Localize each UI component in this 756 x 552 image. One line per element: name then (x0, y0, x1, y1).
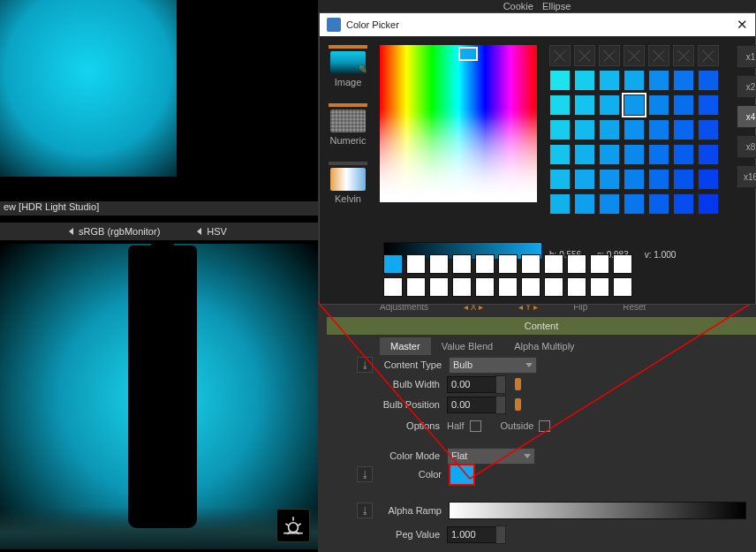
swatch[interactable] (698, 119, 719, 140)
preset-swatch[interactable] (475, 277, 495, 297)
color-picker-titlebar[interactable]: Color Picker ✕ (320, 13, 755, 36)
spinner-icon[interactable] (495, 396, 506, 414)
swatch[interactable] (574, 45, 595, 66)
spinner-icon[interactable] (495, 375, 506, 394)
half-checkbox[interactable] (470, 420, 481, 432)
picker-tab-kelvin[interactable]: Kelvin (329, 162, 367, 204)
content-header[interactable]: Content (327, 317, 756, 335)
picker-tab-numeric[interactable]: Numeric (329, 103, 367, 146)
download-icon[interactable]: ⭳ (357, 357, 373, 373)
color-swatch[interactable] (449, 464, 475, 486)
swatch[interactable] (648, 70, 669, 91)
spinner-icon[interactable] (495, 526, 506, 544)
swatch[interactable] (698, 70, 719, 91)
swatch[interactable] (574, 193, 595, 215)
preset-swatch[interactable] (590, 277, 609, 297)
preset-swatch[interactable] (498, 277, 518, 297)
zoom-button-x4[interactable]: x4⌕ (737, 105, 756, 128)
swatch[interactable] (599, 119, 620, 140)
preset-swatch[interactable] (383, 277, 403, 297)
preset-swatch[interactable] (383, 254, 403, 274)
bulb-position-input[interactable]: 0.00 (447, 397, 496, 413)
alpha-ramp-gradient[interactable] (449, 502, 746, 519)
swatch[interactable] (599, 45, 620, 66)
swatch[interactable] (549, 45, 571, 66)
swatch[interactable] (624, 70, 645, 91)
swatch[interactable] (648, 169, 669, 190)
zoom-button-x8[interactable]: x8⌕ (737, 135, 756, 158)
swatch[interactable] (599, 70, 620, 91)
zoom-button-x2[interactable]: x2⌕ (737, 75, 756, 98)
preset-swatch[interactable] (544, 277, 563, 297)
swatch[interactable] (624, 169, 645, 190)
swatch[interactable] (698, 95, 719, 116)
swatch[interactable] (698, 193, 719, 215)
preset-swatch[interactable] (498, 254, 518, 274)
tab-value-blend[interactable]: Value Blend (431, 337, 504, 355)
render-viewport[interactable] (0, 244, 318, 549)
tab-alpha-multiply[interactable]: Alpha Multiply (503, 337, 585, 355)
swatch[interactable] (624, 45, 645, 66)
color-mode-dropdown[interactable]: Flat (447, 448, 535, 465)
swatch[interactable] (648, 95, 669, 116)
preset-swatch[interactable] (521, 254, 541, 274)
swatch[interactable] (549, 70, 571, 91)
swatch[interactable] (549, 119, 571, 140)
download-icon[interactable]: ⭳ (357, 466, 373, 482)
bulb-width-input[interactable]: 0.00 (447, 376, 496, 393)
preset-swatch[interactable] (406, 277, 426, 297)
tab-master[interactable]: Master (380, 337, 431, 355)
preset-swatch[interactable] (590, 254, 609, 274)
close-icon[interactable]: ✕ (737, 17, 748, 33)
preset-swatch[interactable] (613, 254, 632, 274)
swatch[interactable] (673, 45, 694, 66)
swatch[interactable] (574, 169, 595, 190)
swatch[interactable] (673, 193, 694, 215)
swatch[interactable] (574, 95, 595, 116)
preset-swatch[interactable] (475, 254, 495, 274)
zoom-button-x16[interactable]: x16⌕ (737, 165, 756, 188)
preset-swatch[interactable] (429, 277, 449, 297)
preset-swatch[interactable] (452, 277, 472, 297)
swatch[interactable] (648, 119, 669, 140)
spectrum-picker[interactable] (380, 45, 537, 202)
swatch[interactable] (698, 169, 719, 190)
swatch[interactable] (648, 193, 669, 215)
colormode-dropdown[interactable]: HSV (207, 226, 227, 237)
swatch[interactable] (574, 119, 595, 140)
picker-tab-image[interactable]: Image (329, 45, 367, 87)
swatch[interactable] (599, 193, 620, 215)
cookie-menu[interactable]: Cookie (503, 1, 533, 11)
swatch[interactable] (698, 144, 719, 165)
preset-swatch[interactable] (452, 254, 472, 274)
swatch[interactable] (673, 95, 694, 116)
swatch[interactable] (673, 169, 694, 190)
content-type-dropdown[interactable]: Bulb (449, 357, 537, 374)
preset-swatch[interactable] (567, 277, 586, 297)
outside-checkbox[interactable] (539, 420, 550, 432)
preset-swatch[interactable] (613, 277, 632, 297)
download-icon[interactable]: ⭳ (357, 503, 373, 518)
swatch[interactable] (624, 144, 645, 165)
swatch[interactable] (574, 70, 595, 91)
swatch[interactable] (624, 95, 645, 116)
preset-swatch[interactable] (429, 254, 449, 274)
preset-swatch[interactable] (567, 254, 586, 274)
swatch[interactable] (624, 119, 645, 140)
swatch[interactable] (673, 119, 694, 140)
sun-position-icon[interactable] (276, 509, 310, 542)
zoom-button-x1[interactable]: x1⌕ (737, 45, 756, 68)
preset-swatch[interactable] (406, 254, 426, 274)
colorspace-dropdown[interactable]: sRGB (rgbMonitor) (79, 226, 160, 237)
swatch[interactable] (549, 95, 571, 116)
preset-swatch[interactable] (521, 277, 541, 297)
swatch[interactable] (698, 45, 719, 66)
preset-swatch[interactable] (544, 254, 563, 274)
ellipse-menu[interactable]: Ellipse (542, 1, 571, 11)
swatch[interactable] (549, 144, 571, 165)
swatch[interactable] (648, 45, 669, 66)
swatch[interactable] (673, 70, 694, 91)
spectrum-cursor-icon[interactable] (458, 47, 478, 61)
swatch[interactable] (599, 95, 620, 116)
swatch[interactable] (574, 144, 595, 165)
